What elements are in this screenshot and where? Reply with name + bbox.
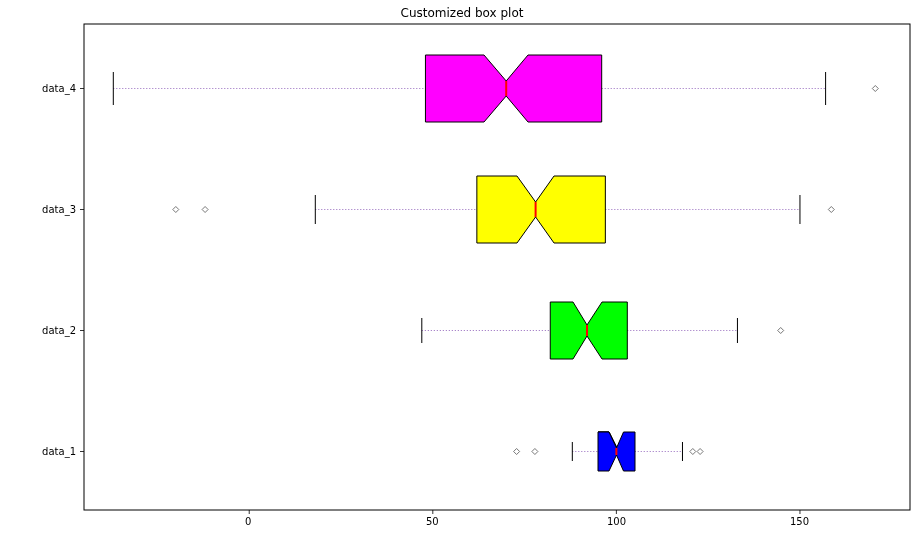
y-ticks	[80, 89, 84, 452]
y-tick-label: data_4	[42, 83, 76, 94]
box-data-4	[113, 55, 878, 122]
x-tick-label: 150	[790, 516, 809, 527]
box-data-3	[173, 176, 835, 243]
y-tick-label: data_1	[42, 446, 76, 457]
x-ticks	[249, 510, 800, 514]
x-tick-label: 0	[245, 516, 251, 527]
box-data-2	[422, 302, 784, 359]
x-tick-label: 100	[607, 516, 626, 527]
chart-svg	[0, 0, 924, 544]
x-tick-label: 50	[426, 516, 439, 527]
chart-title: Customized box plot	[0, 6, 924, 20]
y-tick-label: data_3	[42, 204, 76, 215]
box-data-1	[514, 432, 704, 471]
boxplot-chart: Customized box plot	[0, 0, 924, 544]
y-tick-label: data_2	[42, 325, 76, 336]
